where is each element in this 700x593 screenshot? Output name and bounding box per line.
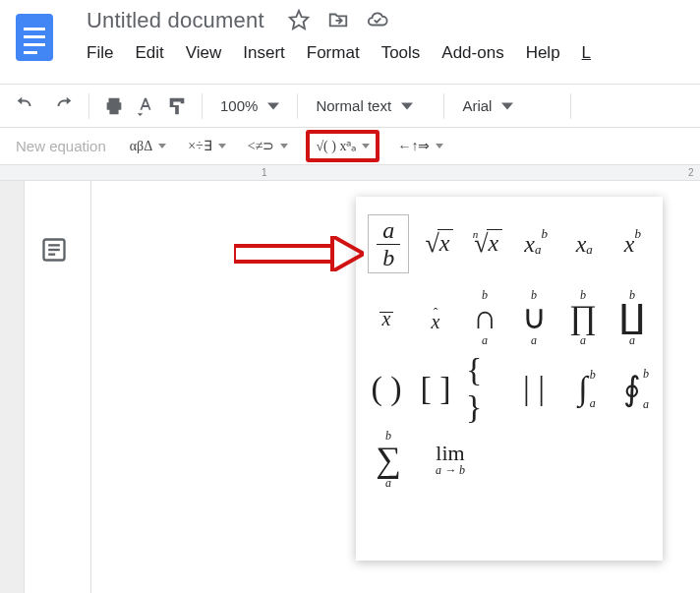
menu-format[interactable]: Format [307,43,360,63]
toolbar-sep [88,93,89,119]
paint-format-button[interactable] [166,95,188,117]
toolbar-sep [297,93,298,119]
svg-rect-3 [24,43,45,46]
math-sqrt[interactable]: √x [421,217,457,270]
new-equation-button[interactable]: New equation [16,138,112,154]
eq-category-arrows[interactable]: ←↑⇒ [393,136,447,156]
menu-more[interactable]: L [582,43,591,63]
eq-category-arrows-label: ←↑⇒ [397,138,430,154]
fraction-denominator: b [377,245,400,271]
svg-marker-5 [290,10,308,28]
title-row: Untitled document [87,8,690,33]
chevron-down-icon [280,144,288,148]
ruler-mark-1: 1 [262,167,267,178]
toolbar-history-group [14,95,75,117]
eq-category-operators-label: ×÷∃ [188,138,212,154]
menu-tools[interactable]: Tools [381,43,421,63]
zoom-dropdown[interactable]: 100% [216,97,283,114]
svg-rect-2 [24,35,45,38]
paragraph-style-dropdown[interactable]: Normal text [312,97,430,114]
left-gutter [24,181,90,593]
font-dropdown[interactable]: Arial [458,97,556,114]
font-value: Arial [462,97,492,114]
math-bar-x[interactable]: x [368,291,405,344]
toolbar-sep [202,93,203,119]
menu-bar: File Edit View Insert Format Tools Add-o… [87,43,690,63]
math-contour-integral[interactable]: ∮ba [613,362,651,415]
svg-rect-1 [24,28,45,30]
print-button[interactable] [103,95,125,117]
spellcheck-button[interactable] [135,95,156,117]
document-title[interactable]: Untitled document [87,8,264,33]
eq-category-math-label: √( ) xᵃₐ [316,138,356,154]
zoom-value: 100% [220,97,258,114]
eq-category-operators[interactable]: ×÷∃ [184,136,230,156]
math-bigcoprod[interactable]: b∐a [613,291,651,344]
math-bigcap[interactable]: b∩a [466,291,503,344]
ruler[interactable]: 1 2 [0,165,700,181]
math-row-1: a b √x n√x xab xa xb [368,214,651,273]
eq-category-relations-label: <≠⊃ [248,138,275,154]
chevron-down-icon [362,144,370,148]
menu-file[interactable]: File [87,43,113,63]
math-hat-x[interactable]: ˆx [417,291,454,344]
math-parentheses[interactable]: ( ) [368,362,405,415]
math-bigcup[interactable]: b∪a [515,291,553,344]
ruler-mark-2: 2 [688,167,694,178]
math-fraction[interactable]: a b [368,214,409,273]
equation-toolbar: New equation αβΔ ×÷∃ <≠⊃ √( ) xᵃₐ ←↑⇒ [0,128,700,165]
eq-category-greek[interactable]: αβΔ [126,137,170,156]
eq-category-greek-label: αβΔ [130,139,152,154]
menu-edit[interactable]: Edit [135,43,163,63]
redo-button[interactable] [53,95,75,117]
toolbar-sep [570,93,571,119]
math-x-sub-a[interactable]: xa [566,217,603,270]
math-row-2: x ˆx b∩a b∪a b∏a b∐a [368,291,651,344]
move-icon[interactable] [327,9,349,33]
docs-logo-icon[interactable] [10,8,59,70]
menu-help[interactable]: Help [526,43,560,63]
math-operations-panel: a b √x n√x xab xa xb x ˆx b∩a b∪ [356,197,663,561]
math-limit[interactable]: lima → b [421,433,480,486]
eq-category-math[interactable]: √( ) xᵃₐ [306,130,379,162]
toolbar: 100% Normal text Arial [0,85,700,128]
menu-addons[interactable]: Add-ons [441,43,503,63]
menu-view[interactable]: View [186,43,222,63]
math-sum[interactable]: b∑a [368,433,409,486]
title-icon-row [288,9,388,33]
math-brackets[interactable]: [ ] [417,362,454,415]
math-x-sup-b[interactable]: xb [614,217,651,270]
math-bigprod[interactable]: b∏a [564,291,602,344]
math-nth-root[interactable]: n√x [469,217,505,270]
app-header: Untitled document [0,0,700,85]
paragraph-style-value: Normal text [316,97,391,114]
math-row-4: b∑a lima → b [368,433,651,486]
math-x-sub-a-sup-b[interactable]: xab [518,217,554,270]
title-area: Untitled document [87,8,690,63]
fraction-numerator: a [377,217,400,245]
left-gray-panel [0,181,24,593]
toolbar-sep [443,93,444,119]
outline-icon[interactable] [40,236,68,267]
menu-insert[interactable]: Insert [243,43,285,63]
eq-category-relations[interactable]: <≠⊃ [244,136,293,156]
cloud-done-icon[interactable] [367,9,388,33]
undo-button[interactable] [14,95,35,117]
math-integral[interactable]: ∫ba [564,362,602,415]
chevron-down-icon [436,144,443,148]
svg-rect-4 [24,51,37,54]
math-braces[interactable]: { } [466,362,503,415]
chevron-down-icon [158,144,166,148]
math-vertical-bars[interactable]: | | [515,362,553,415]
math-row-3: ( ) [ ] { } | | ∫ba ∮ba [368,362,651,415]
chevron-down-icon [218,144,226,148]
star-icon[interactable] [288,9,310,33]
